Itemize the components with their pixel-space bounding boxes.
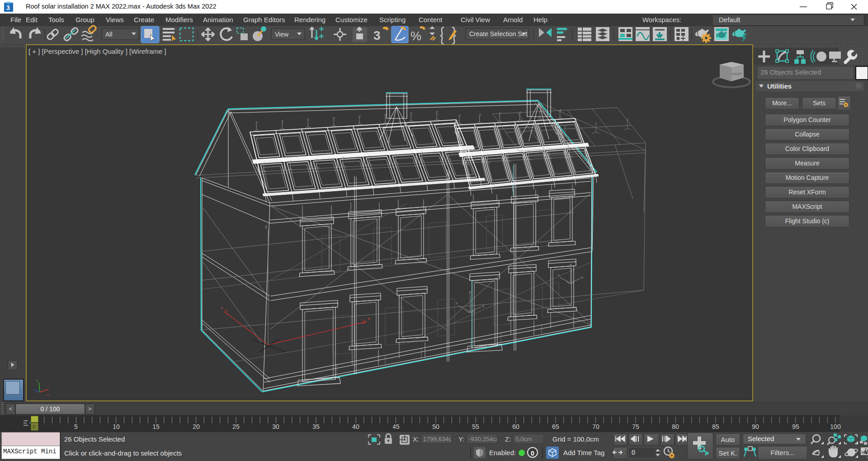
svg-text:Z: Z [519,111,521,115]
svg-text:Z: Z [486,153,489,157]
svg-text:Z: Z [436,110,438,114]
svg-text:Z: Z [469,290,472,295]
svg-text:Z: Z [627,118,629,122]
svg-text:Z: Z [333,116,335,120]
svg-text:Z: Z [342,156,344,160]
svg-text:Z: Z [263,161,265,165]
svg-text:Y: Y [221,306,223,310]
svg-text:X: X [482,304,485,308]
svg-text:Z: Z [564,126,566,129]
svg-text:X: X [581,276,584,280]
svg-text:Z: Z [458,114,461,118]
svg-text:Z: Z [307,118,309,122]
svg-text:Z: Z [359,115,361,119]
svg-text:Z: Z [447,149,449,153]
svg-text:x: x [47,393,49,397]
svg-text:Z: Z [368,155,370,159]
svg-text:[ + ] [Perspective ] [High Qua: [ + ] [Perspective ] [High Quality ] [Wi… [28,47,166,55]
svg-text:Y: Y [557,273,560,278]
svg-text:Z: Z [265,225,268,229]
svg-text:Z: Z [289,160,292,164]
svg-text:Z: Z [569,263,572,268]
svg-text:Z: Z [479,113,481,117]
svg-text:Y: Y [456,301,458,306]
svg-text:Z: Z [466,155,468,159]
svg-text:Z: Z [394,153,396,157]
svg-text:Z: Z [421,151,423,155]
svg-text:Z: Z [255,121,258,125]
svg-text:z: z [36,378,38,382]
svg-text:Z: Z [507,151,509,155]
svg-text:X: X [368,317,370,321]
svg-text:Z: Z [595,122,597,125]
svg-text:Z: Z [410,112,412,116]
svg-text:FRONT: FRONT [731,72,743,75]
svg-text:Z: Z [384,113,387,117]
svg-text:Z: Z [316,158,318,162]
svg-text:Z: Z [281,119,283,123]
